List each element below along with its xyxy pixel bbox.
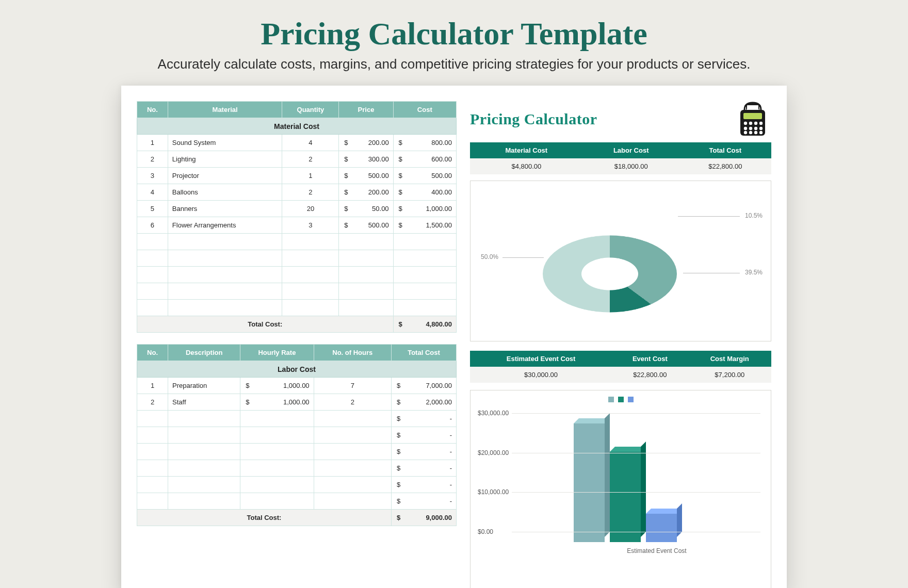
sum1-v2: $22,800.00 xyxy=(679,158,771,174)
svg-rect-14 xyxy=(748,104,758,105)
sum2-h2: Cost Margin xyxy=(688,351,771,367)
col-cost: Cost xyxy=(393,102,456,118)
sum1-h0: Material Cost xyxy=(470,142,583,158)
bar-legend xyxy=(476,396,766,403)
svg-point-13 xyxy=(759,131,763,134)
sum2-v1: $22,800.00 xyxy=(612,367,688,383)
page-subtitle: Accurately calculate costs, margins, and… xyxy=(0,56,908,72)
y-tick: $0.00 xyxy=(478,528,493,535)
svg-point-5 xyxy=(759,122,763,125)
y-tick: $30,000.00 xyxy=(478,410,509,417)
sum2-h0: Estimated Event Cost xyxy=(470,351,612,367)
col-qty: Quantity xyxy=(282,102,339,118)
y-tick: $10,000.00 xyxy=(478,488,509,496)
svg-point-12 xyxy=(754,131,757,134)
labor-title: Labor Cost xyxy=(137,361,457,378)
table-row: $- xyxy=(137,493,457,510)
material-title: Material Cost xyxy=(137,118,457,135)
col-hours: No. of Hours xyxy=(314,345,391,361)
y-tick: $20,000.00 xyxy=(478,449,509,456)
summary-table-2: Estimated Event Cost Event Cost Cost Mar… xyxy=(470,351,771,383)
table-row: 2Lighting2$300.00$600.00 xyxy=(137,151,457,168)
svg-rect-1 xyxy=(743,113,762,119)
donut-label-b: 39.5% xyxy=(745,269,763,276)
table-row xyxy=(137,250,457,267)
donut-chart: 50.0% 10.5% 39.5% xyxy=(470,181,771,341)
svg-point-9 xyxy=(759,127,763,130)
table-row: 6Flower Arrangements3$500.00$1,500.00 xyxy=(137,217,457,234)
svg-point-2 xyxy=(744,122,747,125)
svg-point-10 xyxy=(744,131,747,134)
sum1-v0: $4,800.00 xyxy=(470,158,583,174)
table-row: 2Staff$1,000.002$2,000.00 xyxy=(137,394,457,411)
spreadsheet-card: Material Cost No. Material Quantity Pric… xyxy=(121,86,787,588)
svg-point-11 xyxy=(749,131,752,134)
material-cost-table: Material Cost No. Material Quantity Pric… xyxy=(137,101,457,333)
table-row: $- xyxy=(137,460,457,477)
svg-point-8 xyxy=(754,127,757,130)
sum1-v1: $18,000.00 xyxy=(583,158,679,174)
col-no: No. xyxy=(137,102,168,118)
sum1-h2: Total Cost xyxy=(679,142,771,158)
table-row: $- xyxy=(137,411,457,427)
sum2-h1: Event Cost xyxy=(612,351,688,367)
bar xyxy=(610,452,641,542)
table-row: 1Preparation$1,000.007$7,000.00 xyxy=(137,378,457,394)
labor-total-value: $9,000.00 xyxy=(391,510,456,526)
labor-total-label: Total Cost: xyxy=(137,510,392,526)
material-total-label: Total Cost: xyxy=(137,316,394,333)
col-rate: Hourly Rate xyxy=(240,345,314,361)
col-material: Material xyxy=(168,102,282,118)
col-no: No. xyxy=(137,345,168,361)
table-row xyxy=(137,300,457,316)
table-row: $- xyxy=(137,477,457,493)
svg-point-6 xyxy=(744,127,747,130)
col-total: Total Cost xyxy=(391,345,456,361)
sum1-h1: Labor Cost xyxy=(583,142,679,158)
calculator-icon xyxy=(734,101,771,138)
svg-point-7 xyxy=(749,127,752,130)
table-row: $- xyxy=(137,444,457,460)
col-price: Price xyxy=(339,102,393,118)
page-title: Pricing Calculator Template xyxy=(0,15,908,52)
table-row xyxy=(137,234,457,250)
material-total-value: $4,800.00 xyxy=(393,316,456,333)
donut-label-c: 10.5% xyxy=(745,212,763,219)
bar-x-label: Estimated Event Cost xyxy=(512,547,802,554)
summary-table-1: Material Cost Labor Cost Total Cost $4,8… xyxy=(470,142,771,174)
calculator-title: Pricing Calculator xyxy=(470,110,597,128)
svg-point-3 xyxy=(749,122,752,125)
table-row: 4Balloons2$200.00$400.00 xyxy=(137,184,457,201)
sum2-v0: $30,000.00 xyxy=(470,367,612,383)
labor-cost-table: Labor Cost No. Description Hourly Rate N… xyxy=(137,344,457,526)
sum2-v2: $7,200.00 xyxy=(688,367,771,383)
table-row xyxy=(137,283,457,300)
table-row: 1Sound System4$200.00$800.00 xyxy=(137,135,457,151)
table-row: $- xyxy=(137,427,457,444)
col-desc: Description xyxy=(168,345,240,361)
bar-chart: Estimated Event Cost $0.00$10,000.00$20,… xyxy=(470,390,771,588)
svg-point-4 xyxy=(754,122,757,125)
table-row xyxy=(137,267,457,283)
table-row: 5Banners20$50.00$1,000.00 xyxy=(137,201,457,217)
donut-label-a: 50.0% xyxy=(481,253,498,260)
bar xyxy=(646,514,677,542)
table-row: 3Projector1$500.00$500.00 xyxy=(137,168,457,184)
bar xyxy=(574,423,605,542)
